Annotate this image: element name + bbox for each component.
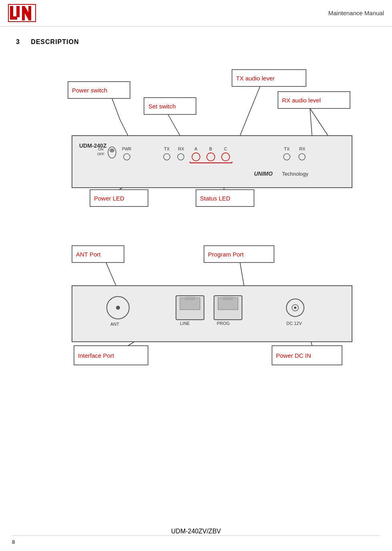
bottom-diagram: ANT Port Program Port Interface Port Pow… [32,234,360,382]
svg-rect-72 [72,286,352,342]
svg-text:Technology: Technology [282,171,308,177]
svg-rect-78 [185,297,195,300]
svg-rect-0 [10,6,13,17]
footer-model: UDM-240ZV/ZBV [171,528,221,535]
top-diagram-svg: Power switch Set switch TX audio lever R… [32,58,360,226]
svg-text:Program Port: Program Port [208,251,244,258]
svg-text:ON: ON [98,147,104,151]
svg-text:B: B [209,146,212,151]
svg-text:Set switch: Set switch [148,103,176,110]
svg-text:ANT Port: ANT Port [76,251,101,258]
svg-line-65 [240,262,244,286]
svg-line-20 [168,114,180,136]
svg-text:LINE: LINE [180,321,190,326]
svg-line-21 [240,86,260,136]
svg-point-86 [294,307,296,309]
footer: UDM-240ZV/ZBV [0,528,392,535]
header-title: Maintenance Manual [328,10,384,16]
svg-line-63 [106,262,116,286]
svg-text:Status  LED: Status LED [200,195,230,202]
svg-text:DC 12V: DC 12V [286,321,302,326]
svg-text:PROG: PROG [217,321,230,326]
svg-rect-28 [72,136,352,188]
logo-area [8,4,36,22]
svg-text:A: A [194,146,198,151]
svg-text:TX: TX [164,146,170,151]
section-number: 3 [16,38,20,45]
svg-text:Power LED: Power LED [94,195,124,202]
svg-rect-2 [16,6,20,17]
svg-line-18 [112,98,120,120]
svg-text:Interface  Port: Interface Port [78,352,114,359]
svg-text:TX: TX [284,146,290,151]
page-number: 8 [12,539,15,545]
page-content: 3 DESCRIPTION Power switch Set switch TX… [0,26,392,394]
svg-rect-82 [223,297,233,300]
svg-text:RX: RX [299,146,306,151]
svg-text:TX  audio lever: TX audio lever [236,75,275,82]
svg-text:RX  audio level: RX audio level [282,97,321,104]
top-diagram: Power switch Set switch TX audio lever R… [32,58,360,226]
svg-point-74 [116,306,120,310]
svg-line-19 [120,120,128,136]
svg-line-23 [310,108,328,136]
page-number-area: 8 [12,535,380,545]
svg-text:UNIMO: UNIMO [254,170,273,177]
section-title: DESCRIPTION [31,38,79,45]
svg-point-33 [110,148,114,152]
svg-text:ANT: ANT [110,322,119,327]
bottom-diagram-svg: ANT Port Program Port Interface Port Pow… [32,234,360,382]
page-header: Maintenance Manual [0,0,392,26]
svg-text:C: C [224,146,227,151]
section-heading: 3 DESCRIPTION [16,38,376,46]
svg-text:PWR: PWR [122,147,131,151]
svg-text:Power DC IN: Power DC IN [276,352,311,359]
logo [8,4,36,22]
svg-rect-5 [28,6,31,20]
svg-text:Power switch: Power switch [72,87,107,94]
svg-text:RX: RX [178,146,184,151]
svg-text:OFF: OFF [97,152,104,156]
svg-line-22 [310,108,312,136]
svg-rect-1 [10,16,17,20]
